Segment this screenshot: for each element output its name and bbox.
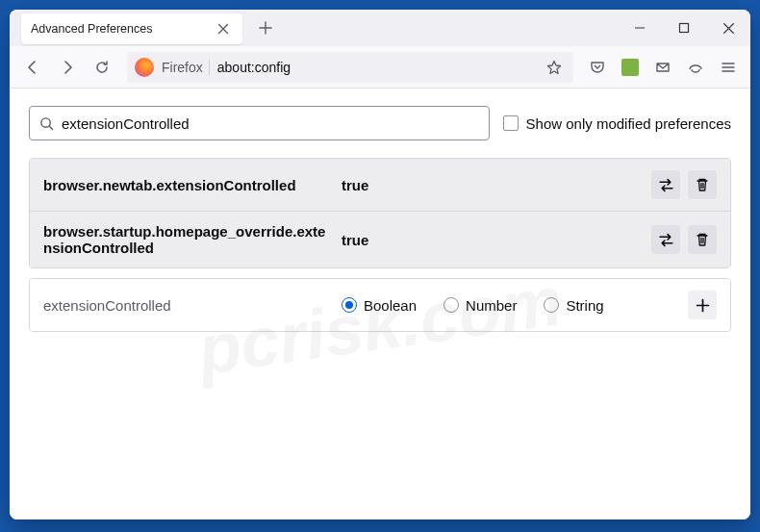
forward-button[interactable] <box>52 52 83 83</box>
checkbox-icon[interactable] <box>503 115 519 131</box>
extension-icon[interactable] <box>616 52 645 83</box>
close-tab-button[interactable] <box>214 19 233 38</box>
radio-string[interactable]: String <box>544 297 603 314</box>
toggle-button[interactable] <box>651 170 680 199</box>
svg-rect-0 <box>680 24 689 33</box>
type-radio-group: Boolean Number String <box>342 297 678 314</box>
preference-table: browser.newtab.extensionControlled true … <box>29 158 731 268</box>
show-only-modified[interactable]: Show only modified preferences <box>503 115 731 132</box>
menu-button[interactable] <box>714 52 743 83</box>
preference-name: browser.newtab.extensionControlled <box>43 177 332 193</box>
browser-window: Advanced Preferences <box>10 10 750 519</box>
radio-number[interactable]: Number <box>443 297 517 314</box>
new-tab-button[interactable] <box>250 13 281 43</box>
nav-toolbar: Firefox about:config <box>10 46 750 89</box>
search-row: Show only modified preferences <box>29 106 731 140</box>
about-config-content: pcrisk.com Show only modified preference… <box>10 89 750 519</box>
delete-button[interactable] <box>688 225 717 254</box>
tab-bar: Advanced Preferences <box>10 10 750 46</box>
bookmark-star-icon[interactable] <box>543 56 566 79</box>
preference-value: true <box>342 232 642 248</box>
url-bar[interactable]: Firefox about:config <box>127 52 573 83</box>
firefox-logo-icon <box>135 58 154 77</box>
preference-actions <box>651 225 717 254</box>
radio-label: Boolean <box>364 297 417 314</box>
radio-label: String <box>566 297 603 314</box>
preference-actions <box>651 170 717 199</box>
preference-name: browser.startup.homepage_override.extens… <box>43 223 332 256</box>
delete-button[interactable] <box>688 170 717 199</box>
new-preference-actions <box>688 291 717 319</box>
minimize-button[interactable] <box>618 10 662 46</box>
close-window-button[interactable] <box>706 10 750 46</box>
new-preference-name: extensionControlled <box>43 297 332 314</box>
identity-label: Firefox <box>160 60 210 75</box>
search-input[interactable] <box>62 115 479 132</box>
radio-icon[interactable] <box>544 297 559 313</box>
reload-button[interactable] <box>87 52 117 83</box>
preference-row[interactable]: browser.startup.homepage_override.extens… <box>30 212 730 267</box>
maximize-button[interactable] <box>662 10 706 46</box>
radio-boolean[interactable]: Boolean <box>342 297 417 314</box>
toggle-button[interactable] <box>651 225 680 254</box>
url-text: about:config <box>217 60 537 75</box>
account-icon[interactable] <box>681 52 710 83</box>
new-preference-row: extensionControlled Boolean Number Strin… <box>30 279 730 331</box>
add-button[interactable] <box>688 291 717 319</box>
search-box[interactable] <box>29 106 490 140</box>
toolbar-icons <box>583 52 743 83</box>
radio-icon[interactable] <box>342 297 357 313</box>
preference-row[interactable]: browser.newtab.extensionControlled true <box>30 159 730 212</box>
window-controls <box>618 10 750 46</box>
show-only-modified-label: Show only modified preferences <box>526 115 731 132</box>
back-button[interactable] <box>17 52 48 83</box>
tab-title: Advanced Preferences <box>31 22 214 36</box>
inbox-icon[interactable] <box>648 52 677 83</box>
tab-active[interactable]: Advanced Preferences <box>21 13 242 44</box>
radio-label: Number <box>466 297 517 314</box>
new-preference-table: extensionControlled Boolean Number Strin… <box>29 278 731 332</box>
preference-value: true <box>342 177 642 193</box>
radio-icon[interactable] <box>443 297 459 313</box>
pocket-icon[interactable] <box>583 52 612 83</box>
search-icon <box>39 116 54 131</box>
